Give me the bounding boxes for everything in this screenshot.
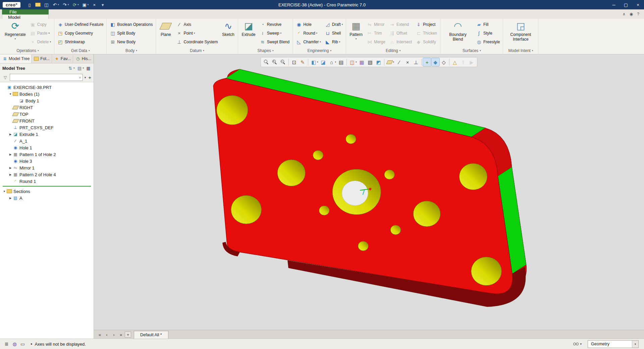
add-view-button[interactable]: +: [125, 332, 131, 338]
refit-button[interactable]: ⊡: [290, 58, 298, 66]
status-console-button[interactable]: ▭: [19, 341, 26, 347]
datum-display-button[interactable]: ▾: [386, 58, 395, 66]
model-hole[interactable]: [390, 225, 401, 235]
model-hole[interactable]: [384, 170, 395, 179]
ribbon-group-label-surfaces[interactable]: Surfaces▾: [442, 47, 501, 54]
view-manager-button[interactable]: ▤: [337, 58, 345, 66]
ribbon-button-copy-geometry[interactable]: ◳Copy Geometry: [56, 29, 105, 37]
collapse-ribbon-icon[interactable]: ∧: [623, 12, 626, 16]
model-hole[interactable]: [313, 150, 323, 160]
model-hole[interactable]: [459, 163, 487, 190]
tree-item-extrude-1[interactable]: ▶◪Extrude 1: [0, 131, 94, 138]
saved-orientations-button[interactable]: ⌂▾: [327, 58, 337, 66]
clear-filter-icon[interactable]: ×: [79, 76, 81, 80]
tree-item-body-1[interactable]: ◪Body 1: [0, 97, 94, 104]
tree-item-top[interactable]: TOP: [0, 111, 94, 117]
ribbon-button-draft[interactable]: ◿Draft▾: [323, 20, 344, 29]
model-hole[interactable]: [277, 160, 305, 186]
tree-item-a[interactable]: ▶▧A: [0, 195, 94, 201]
ribbon-button-new-body[interactable]: ⊞New Body: [108, 38, 154, 46]
ribbon-button-axis[interactable]: ∕Axis: [175, 20, 219, 29]
expand-arrow-icon[interactable]: ▶: [8, 153, 13, 156]
ribbon-button-sweep[interactable]: ≀Sweep▾: [258, 29, 291, 37]
ribbon-button-coordinate-system[interactable]: ⊥Coordinate System: [175, 38, 219, 46]
ribbon-button-user-defined-feature[interactable]: ◈User-Defined Feature: [56, 20, 105, 29]
add-filter-icon[interactable]: +: [88, 74, 91, 80]
ribbon-group-label-model-intent[interactable]: Model Intent▾: [505, 47, 536, 54]
model-hole[interactable]: [358, 241, 369, 251]
windows-button[interactable]: ▣▾: [81, 1, 90, 8]
ribbon-button-fill[interactable]: ▰Fill: [475, 20, 501, 29]
tree-item-pattern-1-of-hole-2[interactable]: ▶▦Pattern 1 of Hole 2: [0, 151, 94, 158]
tree-item-pattern-2-of-hole-4[interactable]: ▶▦Pattern 2 of Hole 4: [0, 171, 94, 178]
ribbon-button-freestyle[interactable]: ◍Freestyle: [475, 38, 501, 46]
tree-item-bodies-1[interactable]: ▼Bodies (1): [0, 91, 94, 97]
repaint-button[interactable]: ✎: [299, 58, 307, 66]
ribbon-button-chamfer[interactable]: ◺Chamfer▾: [294, 38, 322, 46]
ribbon-button-point[interactable]: ×Point▾: [175, 29, 219, 37]
ribbon-button-project[interactable]: ⇓Project: [414, 20, 438, 29]
collapse-arrow-icon[interactable]: ▼: [8, 93, 13, 96]
regenerate-small-button[interactable]: ⟳▾: [71, 1, 80, 8]
ribbon-group-label-get-data[interactable]: Get Data▾: [56, 47, 105, 54]
tree-item-a-1[interactable]: ∕A_1: [0, 138, 94, 144]
tree-item-right[interactable]: RIGHT: [0, 104, 94, 111]
model-hole[interactable]: [319, 206, 329, 215]
ribbon-button-split-body[interactable]: ◫Split Body: [108, 29, 154, 37]
customize-button[interactable]: ▾: [99, 1, 106, 8]
tree-item-mirror-1[interactable]: ▶⇋Mirror 1: [0, 164, 94, 171]
ribbon-group-label-editing[interactable]: Editing▾: [348, 47, 438, 54]
tree-tab-fol[interactable]: Fol...: [32, 54, 52, 63]
model-hole[interactable]: [413, 201, 440, 227]
ribbon-group-label-datum[interactable]: Datum▾: [158, 47, 236, 54]
ribbon-button-sketch[interactable]: ∿Sketch: [220, 19, 236, 47]
zoom-region-button[interactable]: [262, 58, 270, 66]
save-button[interactable]: ◫: [43, 1, 50, 8]
3d-viewport[interactable]: +−⊡✎◧▾◪⌂▾▤◫▾▦▧◩▾∕×⊥+◆◇△‖▶: [94, 54, 644, 330]
tree-settings-button[interactable]: ▦: [86, 65, 91, 71]
ribbon-group-label-body[interactable]: Body▾: [108, 47, 154, 54]
zoom-in-button[interactable]: +: [271, 58, 279, 66]
expand-arrow-icon[interactable]: ▶: [8, 133, 13, 136]
ribbon-button-component-interface[interactable]: ◲Component Interface: [505, 19, 536, 47]
ribbon-button-shell[interactable]: ⊔Shell: [323, 29, 344, 37]
model-hole[interactable]: [471, 257, 502, 286]
tree-item-hole-3[interactable]: ◉Hole 3: [0, 158, 94, 164]
tree-item-round-1[interactable]: ◜Round 1: [0, 178, 94, 185]
undo-button[interactable]: ↶▾: [51, 1, 60, 8]
display-style-button[interactable]: ◧▾: [310, 58, 319, 66]
gallery-button[interactable]: ▦: [358, 58, 366, 66]
close-window-button[interactable]: ×: [91, 1, 98, 8]
model-hole[interactable]: [346, 134, 356, 144]
collapse-arrow-icon[interactable]: ▼: [2, 190, 7, 193]
shade-with-edges-button[interactable]: ◩: [375, 58, 383, 66]
spin-center-button[interactable]: +: [423, 58, 431, 66]
expand-arrow-icon[interactable]: ▶: [8, 166, 13, 169]
tree-item-front[interactable]: FRONT: [0, 117, 94, 124]
ribbon-button-revolve[interactable]: ◔Revolve: [258, 20, 291, 29]
tree-item-prt-csys-def[interactable]: ⊥PRT_CSYS_DEF: [0, 124, 94, 131]
tree-item-hole-1[interactable]: ◉Hole 1: [0, 144, 94, 151]
status-tree-toggle-button[interactable]: ≣: [3, 341, 10, 347]
first-view-button[interactable]: «: [97, 332, 103, 338]
point-display-button[interactable]: ×: [404, 58, 412, 66]
model-exercise-38[interactable]: [213, 69, 526, 307]
zoom-out-button[interactable]: −: [279, 58, 287, 66]
minimize-button[interactable]: ─: [608, 0, 620, 9]
shaded-view-button[interactable]: ◪: [319, 58, 327, 66]
search-tool[interactable]: ▾: [573, 341, 582, 347]
model-hole[interactable]: [217, 95, 248, 124]
ribbon-group-label-operations[interactable]: Operations▾: [3, 47, 52, 54]
last-view-button[interactable]: »: [118, 332, 124, 338]
open-folder-button[interactable]: [34, 1, 42, 8]
warning-button[interactable]: △: [451, 58, 459, 66]
redo-button[interactable]: ↷▾: [61, 1, 70, 8]
view-tab-default-all[interactable]: Default All *: [134, 331, 168, 339]
ribbon-button-shrinkwrap[interactable]: ◰Shrinkwrap: [56, 38, 105, 46]
perspective-button[interactable]: ◇: [440, 58, 448, 66]
ribbon-group-label-engineering[interactable]: Engineering▾: [294, 47, 344, 54]
ribbon-button-rib[interactable]: ◣Rib▾: [323, 38, 344, 46]
ribbon-button-style[interactable]: ∫Style: [475, 29, 501, 37]
tree-item-exercise-38-prt[interactable]: ▣EXERCISE-38.PRT: [0, 84, 94, 91]
ribbon-button-round[interactable]: ◜Round▾: [294, 29, 322, 37]
